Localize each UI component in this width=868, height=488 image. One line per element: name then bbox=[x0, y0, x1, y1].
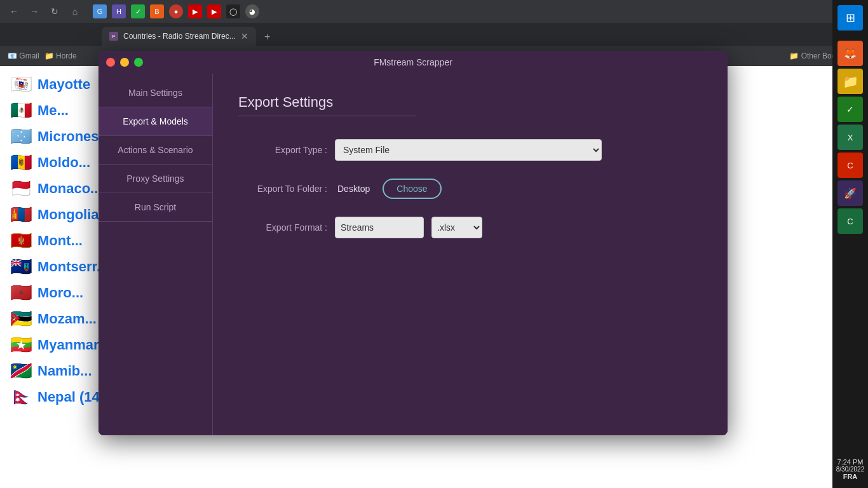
browser-tab-bar: F Countries - Radio Stream Direc... ✕ + bbox=[0, 23, 868, 46]
export-folder-label: Export To Folder : bbox=[238, 184, 327, 194]
taskbar-start-icon[interactable]: ⊞ bbox=[837, 5, 863, 30]
reload-button[interactable]: ↻ bbox=[46, 3, 64, 20]
export-type-select[interactable]: System File Cloud FTP bbox=[335, 139, 602, 161]
tab-favicon: F bbox=[109, 32, 118, 41]
export-format-sheet-input[interactable] bbox=[335, 217, 424, 238]
bookmark3-favicon[interactable]: ● bbox=[169, 4, 183, 18]
app-title: FMstream Scrapper bbox=[374, 57, 452, 67]
home-button[interactable]: ⌂ bbox=[66, 3, 84, 20]
youtube2-favicon[interactable]: ▶ bbox=[207, 4, 221, 18]
taskbar-rocket-icon[interactable]: 🚀 bbox=[837, 180, 863, 206]
misc-favicon[interactable]: ◕ bbox=[245, 4, 259, 18]
gmail-favicon[interactable]: G bbox=[93, 4, 107, 18]
horde-bookmark[interactable]: 📁 Horde bbox=[44, 51, 77, 60]
taskbar-green-icon[interactable]: ✓ bbox=[837, 97, 863, 122]
system-tray-date: 8/30/2022 bbox=[836, 466, 865, 473]
bookmark1-favicon[interactable]: ✓ bbox=[131, 4, 145, 18]
right-taskbar: ⊞ 🦊 📁 ✓ X C 🚀 C 7:24 PM 8/30/2022 FRA bbox=[832, 0, 868, 488]
taskbar-green2-icon[interactable]: C bbox=[837, 208, 863, 234]
sidebar-item-proxy-settings[interactable]: Proxy Settings bbox=[98, 165, 212, 193]
taskbar-excel-icon[interactable]: X bbox=[837, 125, 863, 150]
gmail-bookmark[interactable]: 📧 Gmail bbox=[8, 51, 39, 60]
traffic-lights bbox=[106, 58, 143, 67]
export-type-label: Export Type : bbox=[238, 145, 327, 155]
tab-title: Countries - Radio Stream Direc... bbox=[123, 32, 236, 41]
sidebar-item-run-script[interactable]: Run Script bbox=[98, 193, 212, 222]
system-tray: 7:24 PM 8/30/2022 FRA bbox=[835, 456, 866, 483]
export-folder-value: Desktop bbox=[337, 184, 370, 194]
taskbar-folder-icon[interactable]: 📁 bbox=[837, 69, 863, 94]
horde-favicon[interactable]: H bbox=[112, 4, 126, 18]
taskbar-red-icon[interactable]: C bbox=[837, 152, 863, 178]
app-body: Main Settings Export & Models Actions & … bbox=[98, 74, 728, 435]
close-traffic-light[interactable] bbox=[106, 58, 115, 67]
sidebar-item-main-settings[interactable]: Main Settings bbox=[98, 79, 212, 107]
browser-nav: ← → ↻ ⌂ bbox=[5, 3, 84, 20]
minimize-traffic-light[interactable] bbox=[120, 58, 129, 67]
export-folder-row: Export To Folder : Desktop Choose bbox=[238, 179, 702, 199]
choose-button[interactable]: Choose bbox=[383, 179, 441, 199]
new-tab-button[interactable]: + bbox=[259, 28, 276, 46]
forward-button[interactable]: → bbox=[25, 3, 43, 20]
sidebar-item-export-models[interactable]: Export & Models bbox=[98, 107, 212, 136]
title-divider bbox=[238, 116, 416, 116]
export-format-type-select[interactable]: .xlsx .csv .json bbox=[431, 217, 482, 238]
system-tray-lang: FRA bbox=[836, 473, 865, 480]
export-format-row: Export Format : .xlsx .csv .json bbox=[238, 217, 702, 238]
active-tab[interactable]: F Countries - Radio Stream Direc... ✕ bbox=[102, 27, 256, 46]
export-type-row: Export Type : System File Cloud FTP bbox=[238, 139, 702, 161]
sidebar-item-actions-scenario[interactable]: Actions & Scenario bbox=[98, 136, 212, 165]
bookmark2-favicon[interactable]: B bbox=[150, 4, 164, 18]
page-title: Export Settings bbox=[238, 94, 702, 111]
app-titlebar: FMstream Scrapper bbox=[98, 51, 728, 74]
maximize-traffic-light[interactable] bbox=[134, 58, 143, 67]
export-format-label: Export Format : bbox=[238, 222, 327, 233]
browser-toolbar: ← → ↻ ⌂ G H ✓ B ● ▶ ▶ ◯ ◕ bbox=[0, 0, 868, 23]
back-button[interactable]: ← bbox=[5, 3, 23, 20]
tab-close-button[interactable]: ✕ bbox=[241, 31, 248, 41]
taskbar-fox-icon[interactable]: 🦊 bbox=[837, 41, 863, 66]
main-content: Export Settings Export Type : System Fil… bbox=[213, 74, 728, 435]
app-window: FMstream Scrapper Main Settings Export &… bbox=[98, 51, 728, 435]
youtube-favicon[interactable]: ▶ bbox=[188, 4, 202, 18]
github-favicon[interactable]: ◯ bbox=[226, 4, 240, 18]
sidebar: Main Settings Export & Models Actions & … bbox=[98, 74, 213, 435]
system-tray-time: 7:24 PM bbox=[836, 458, 865, 466]
